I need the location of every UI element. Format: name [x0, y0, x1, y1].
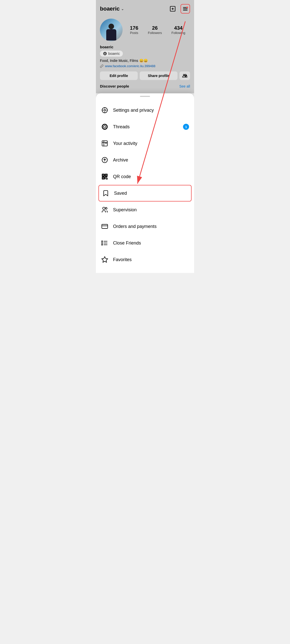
posts-label: Posts: [130, 31, 138, 35]
svg-point-12: [104, 109, 106, 111]
menu-label-closefriends: Close Friends: [113, 240, 141, 246]
profile-display-name: boaeric: [100, 45, 190, 49]
svg-point-32: [105, 208, 107, 209]
threads-handle: boaeric: [108, 52, 120, 56]
svg-rect-28: [106, 178, 107, 179]
see-all-link[interactable]: See all: [179, 84, 190, 88]
menu-item-saved[interactable]: Saved: [98, 185, 192, 202]
posts-stat[interactable]: 176 Posts: [130, 25, 138, 35]
menu-item-activity[interactable]: Your activity: [96, 135, 194, 152]
menu-item-closefriends[interactable]: Close Friends: [96, 235, 194, 251]
menu-label-favorites: Favorites: [113, 257, 132, 262]
profile-header: boaeric ⌄: [100, 4, 190, 14]
profile-section: boaeric ⌄: [96, 0, 194, 93]
menu-item-qrcode[interactable]: QR code: [96, 168, 194, 185]
menu-button[interactable]: [180, 4, 190, 14]
supervision-icon: [101, 206, 108, 214]
menu-item-orders[interactable]: Orders and payments: [96, 218, 194, 235]
svg-point-39: [102, 243, 103, 244]
archive-icon: [101, 156, 108, 164]
bottom-sheet: Settings and privacy Threads 1 Your acti…: [96, 93, 194, 273]
profile-stats-row: 176 Posts 26 Followers 434 Following: [100, 19, 190, 41]
close-friends-icon: [101, 239, 108, 247]
menu-item-archive[interactable]: Archive: [96, 152, 194, 168]
menu-label-saved: Saved: [114, 191, 127, 196]
following-stat[interactable]: 434 Following: [171, 25, 185, 35]
stats-group: 176 Posts 26 Followers 434 Following: [123, 25, 190, 35]
svg-point-38: [102, 241, 103, 242]
menu-label-qrcode: QR code: [113, 174, 131, 179]
card-icon: [101, 223, 108, 230]
threads-badge[interactable]: boaeric: [100, 51, 123, 57]
svg-point-31: [103, 207, 105, 210]
bio: Food, Indie Music, Films 😀😄: [100, 59, 190, 63]
svg-rect-24: [106, 175, 107, 176]
share-profile-button[interactable]: Share profile: [140, 71, 177, 80]
website-row: www.facebook.com/eric.liu.399488: [100, 64, 190, 68]
username-row: boaeric ⌄: [100, 6, 124, 12]
menu-label-supervision: Supervision: [113, 207, 137, 213]
menu-label-activity: Your activity: [113, 141, 137, 146]
qr-icon: [101, 173, 108, 180]
header-icons: [168, 4, 190, 14]
star-icon: [101, 256, 108, 263]
followers-stat[interactable]: 26 Followers: [148, 25, 162, 35]
discover-people-row: Discover people See all: [100, 84, 190, 88]
threads-badge-icon: [103, 52, 107, 56]
gear-circle-icon: [101, 106, 108, 114]
menu-item-supervision[interactable]: Supervision: [96, 202, 194, 218]
username: boaeric: [100, 6, 120, 12]
activity-icon: [101, 140, 108, 147]
edit-profile-button[interactable]: Edit profile: [100, 71, 138, 80]
menu-item-settings[interactable]: Settings and privacy: [96, 102, 194, 118]
menu-item-threads[interactable]: Threads 1: [96, 118, 194, 135]
svg-rect-25: [103, 178, 104, 179]
followers-count: 26: [152, 25, 158, 31]
discover-label: Discover people: [100, 84, 129, 88]
svg-rect-23: [103, 175, 104, 176]
menu-label-threads: Threads: [113, 124, 130, 130]
chevron-down-icon[interactable]: ⌄: [121, 7, 124, 11]
avatar[interactable]: [100, 19, 123, 41]
sheet-handle: [140, 96, 150, 97]
following-count: 434: [174, 25, 183, 31]
new-post-button[interactable]: [168, 4, 177, 14]
add-person-icon: [182, 73, 187, 78]
action-buttons: Edit profile Share profile: [100, 71, 190, 80]
svg-point-6: [186, 7, 188, 8]
followers-label: Followers: [148, 31, 162, 35]
posts-count: 176: [130, 25, 138, 31]
menu-label-settings: Settings and privacy: [113, 108, 154, 113]
link-icon: [100, 64, 103, 68]
add-friend-button[interactable]: [179, 71, 190, 80]
menu-item-favorites[interactable]: Favorites: [96, 251, 194, 268]
threads-icon: [101, 123, 108, 131]
badge-threads: 1: [183, 124, 189, 130]
svg-marker-41: [102, 257, 107, 262]
menu-label-archive: Archive: [113, 157, 128, 163]
bookmark-icon: [102, 189, 110, 197]
menu-container: Settings and privacy Threads 1 Your acti…: [96, 102, 194, 268]
following-label: Following: [171, 31, 185, 35]
svg-point-40: [102, 244, 103, 245]
website-link[interactable]: www.facebook.com/eric.liu.399488: [105, 64, 155, 68]
menu-label-orders: Orders and payments: [113, 224, 157, 229]
svg-rect-33: [102, 224, 107, 228]
